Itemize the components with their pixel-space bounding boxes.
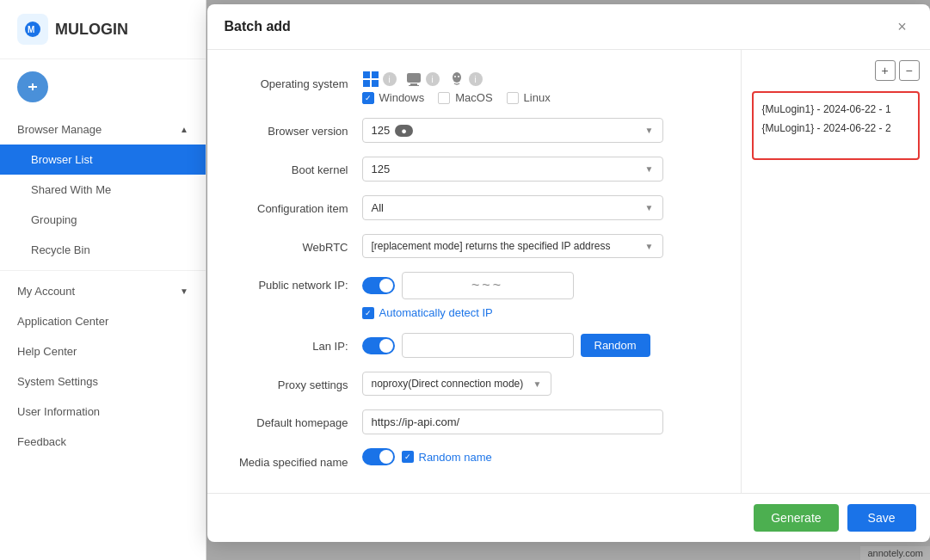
homepage-input[interactable] (362, 409, 663, 434)
media-name-label: Media specified name (225, 448, 362, 471)
feedback-label: Feedback (17, 435, 66, 448)
sidebar-browser-manage[interactable]: Browser Manage ▲ (0, 114, 206, 145)
os-control: i i (362, 71, 724, 104)
sidebar-feedback[interactable]: Feedback (0, 427, 206, 457)
system-settings-label: System Settings (17, 375, 98, 388)
random-name-label: Random name (419, 451, 492, 464)
avatar (17, 71, 48, 102)
sidebar-item-recycle[interactable]: Recycle Bin (0, 235, 206, 265)
windows-label: Windows (379, 91, 425, 104)
lan-ip-control: Random (362, 333, 724, 358)
generate-button[interactable]: Generate (754, 504, 838, 532)
linux-info-icon[interactable]: i (469, 72, 483, 86)
ip-input-field[interactable]: ~~~ (402, 272, 574, 299)
random-button[interactable]: Random (581, 334, 650, 357)
svg-rect-6 (372, 71, 379, 78)
proxy-value: noproxy(Direct connection mode) (372, 378, 524, 390)
sidebar-my-account[interactable]: My Account ▼ (0, 276, 206, 306)
public-ip-row: Public network IP: ~~~ ✓ (207, 265, 741, 326)
lan-ip-toggle[interactable] (362, 337, 395, 354)
os-row: Operating system i (207, 64, 741, 111)
profile-panel-header: + − (752, 60, 920, 81)
dialog-title: Batch add (225, 19, 892, 34)
sidebar-item-browser-list[interactable]: Browser List (0, 145, 206, 175)
auto-detect-link[interactable]: ✓ Automatically detect IP (362, 306, 574, 319)
close-button[interactable]: × (892, 16, 913, 37)
add-profile-button[interactable]: + (875, 60, 896, 81)
macos-checkbox[interactable]: MacOS (438, 91, 492, 104)
browser-version-control: 125 ● ▼ (362, 118, 724, 143)
svg-rect-8 (372, 80, 379, 87)
config-item-select[interactable]: All ▼ (362, 195, 663, 220)
linux-icon (448, 71, 465, 88)
windows-checkbox[interactable]: Windows (362, 91, 425, 104)
plus-icon: + (881, 64, 888, 77)
version-chevron-icon: ▼ (645, 126, 654, 135)
media-name-control: ✓ Random name (362, 448, 724, 465)
list-item[interactable]: {MuLogin1} - 2024-06-22 - 2 (761, 119, 911, 138)
public-ip-label: Public network IP: (225, 272, 362, 292)
save-button[interactable]: Save (847, 504, 916, 532)
macos-label: MacOS (455, 91, 492, 104)
logo-icon: M (17, 14, 48, 45)
linux-os-icon-item[interactable]: i (448, 71, 483, 88)
macos-info-icon[interactable]: i (426, 72, 440, 86)
sidebar-application-center[interactable]: Application Center (0, 306, 206, 336)
windows-info-icon[interactable]: i (383, 72, 397, 86)
proxy-settings-row: Proxy settings noproxy(Direct connection… (207, 365, 741, 403)
windows-icon (362, 71, 379, 88)
sidebar-system-settings[interactable]: System Settings (0, 366, 206, 397)
linux-label: Linux (524, 91, 551, 104)
batch-add-dialog: Batch add × Operating system (207, 4, 930, 542)
public-ip-toggle-row: ~~~ (362, 272, 574, 299)
user-area (0, 59, 206, 114)
sidebar-help-center[interactable]: Help Center (0, 336, 206, 366)
dialog-header: Batch add × (207, 4, 930, 50)
app-name: MULOGIN (55, 21, 128, 39)
auto-detect-check: ✓ (362, 307, 374, 319)
random-name-check[interactable]: ✓ Random name (402, 451, 492, 464)
boot-kernel-value: 125 (372, 163, 391, 175)
macos-os-icon-item[interactable]: i (405, 71, 440, 88)
browser-version-row: Browser version 125 ● ▼ (207, 111, 741, 150)
proxy-chevron-icon: ▼ (533, 379, 542, 389)
sidebar-item-grouping[interactable]: Grouping (0, 205, 206, 235)
proxy-settings-select[interactable]: noproxy(Direct connection mode) ▼ (362, 372, 551, 396)
os-full-row: i i (362, 71, 551, 104)
proxy-settings-control: noproxy(Direct connection mode) ▼ (362, 372, 724, 396)
public-ip-control: ~~~ ✓ Automatically detect IP (362, 272, 724, 319)
media-name-toggle[interactable] (362, 448, 395, 465)
browser-version-select[interactable]: 125 ● ▼ (362, 118, 663, 143)
logo-area: M MULOGIN (0, 0, 206, 59)
svg-rect-10 (410, 83, 417, 85)
svg-rect-11 (409, 85, 419, 86)
version-badge: ● (395, 125, 413, 137)
lan-ip-input[interactable] (402, 333, 574, 358)
media-name-row: Media specified name ✓ Random name (207, 441, 741, 479)
config-chevron-icon: ▼ (645, 203, 654, 212)
recycle-label: Recycle Bin (31, 243, 90, 256)
webrtc-value: [replacement mode] returns the specified… (372, 240, 611, 252)
sidebar-item-shared[interactable]: Shared With Me (0, 175, 206, 205)
remove-profile-button[interactable]: − (899, 60, 920, 81)
boot-kernel-control: 125 ▼ (362, 157, 724, 182)
windows-os-icon-item[interactable]: i (362, 71, 397, 88)
svg-point-12 (453, 72, 461, 83)
browser-list-label: Browser List (31, 153, 93, 166)
webrtc-control: [replacement mode] returns the specified… (362, 234, 724, 258)
my-account-label: My Account (17, 285, 75, 298)
linux-checkbox[interactable]: Linux (507, 91, 551, 104)
svg-point-14 (458, 76, 459, 77)
minus-icon: − (905, 64, 912, 77)
auto-detect-label: Automatically detect IP (379, 306, 493, 319)
boot-kernel-select[interactable]: 125 ▼ (362, 157, 663, 182)
sidebar-user-information[interactable]: User Information (0, 397, 206, 427)
chevron-down-icon: ▼ (180, 286, 188, 296)
svg-text:M: M (28, 25, 34, 34)
webrtc-select[interactable]: [replacement mode] returns the specified… (362, 234, 663, 258)
loading-indicator: ~~~ (471, 278, 503, 293)
modal-overlay: Batch add × Operating system (206, 0, 930, 560)
public-ip-toggle[interactable] (362, 277, 395, 294)
list-item[interactable]: {MuLogin1} - 2024-06-22 - 1 (761, 100, 911, 119)
chevron-up-icon: ▲ (180, 125, 188, 134)
